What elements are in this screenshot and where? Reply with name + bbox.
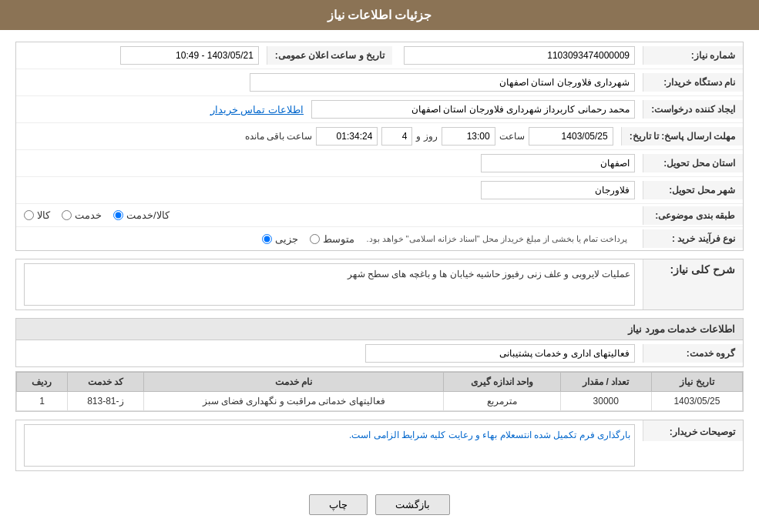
radio-khadamat-item: خدمت	[62, 209, 102, 221]
shomare-niaz-label: شماره نیاز:	[643, 46, 743, 65]
tabaghe-kala-khadamat-label: کالا/خدمت	[126, 209, 170, 221]
tabaghe-row: طبقه بندی موضوعی: کالا خدمت کالا/خدمت	[16, 204, 743, 227]
shomare-niaz-input[interactable]	[404, 46, 635, 65]
tosih-label: توصیحات خریدار:	[643, 420, 743, 441]
tosih-section: توصیحات خریدار: بارگذاری فرم تکمیل شده ا…	[15, 420, 744, 471]
mohlat-value: ساعت روز و ساعت باقی مانده	[16, 123, 621, 149]
cell-radif: 1	[17, 392, 68, 411]
sharh-value-cell: عملیات لایروبی و علف زنی رفیوز حاشیه خیا…	[16, 259, 643, 309]
gorohe-khadamat-value	[16, 340, 643, 366]
th-code-khadamat: کد خدمت	[67, 373, 143, 392]
ostan-label: استان محل تحویل:	[643, 154, 743, 172]
ostan-value	[16, 150, 643, 176]
mohlat-rooz-input[interactable]	[381, 127, 412, 146]
nam-dastgah-value	[16, 69, 643, 95]
tabaghe-khadamat-label: خدمت	[75, 209, 102, 221]
mohlat-label: مهلت ارسال پاسخ: تا تاریخ:	[621, 127, 743, 146]
noe-farayand-row: نوع فرآیند خرید : متوسط جزیی	[16, 227, 743, 250]
sharh-section: شرح کلی نیاز: عملیات لایروبی و علف زنی ر…	[15, 259, 744, 310]
ijad-konande-input[interactable]	[311, 100, 635, 119]
gorohe-khadamat-label: گروه خدمت:	[643, 344, 743, 363]
tarix-label: تاریخ و ساعت اعلان عمومی:	[267, 46, 392, 65]
table-row: 1403/05/25 30000 مترمربع فعالیتهای خدمات…	[17, 392, 743, 411]
tabaghe-value: کالا خدمت کالا/خدمت	[16, 206, 643, 225]
ijad-konande-label: ایجاد کننده درخواست:	[643, 100, 743, 119]
ijad-konande-value: اطلاعات تماس خریدار	[16, 96, 643, 122]
tabaghe-kala-radio[interactable]	[24, 210, 34, 220]
noe-jozyi-label: جزیی	[275, 233, 298, 245]
nam-dastgah-label: نام دستگاه خریدار:	[643, 73, 743, 92]
mohlat-remaining-label: ساعت باقی مانده	[245, 131, 313, 142]
noe-farayand-value: متوسط جزیی پرداخت تمام یا بخشی از مبلغ خ…	[16, 229, 643, 249]
cell-vahed: مترمربع	[444, 392, 560, 411]
tabaghe-khadamat-radio[interactable]	[62, 210, 72, 220]
sharh-text: عملیات لایروبی و علف زنی رفیوز حاشیه خیا…	[348, 269, 630, 279]
tosih-text: بارگذاری فرم تکمیل شده انتسعلام بهاء و ر…	[349, 430, 630, 440]
shomare-niaz-value	[392, 42, 643, 69]
tarix-input[interactable]	[120, 46, 259, 65]
etelaaat-tamas-link[interactable]: اطلاعات تماس خریدار	[210, 104, 304, 115]
mohlat-saat-input[interactable]	[442, 127, 495, 146]
th-name-khadamat: نام خدمت	[143, 373, 444, 392]
ostan-row: استان محل تحویل:	[16, 150, 743, 177]
noe-farayand-label: نوع فرآیند خرید :	[643, 229, 743, 248]
th-vahed: واحد اندازه گیری	[444, 373, 560, 392]
th-radif: ردیف	[17, 373, 68, 392]
cell-name-khadamat: فعالیتهای خدماتی مراقبت و نگهداری فضای س…	[143, 392, 444, 411]
radio-jozyi-item: جزیی	[262, 233, 298, 245]
noe-motawaset-radio[interactable]	[310, 234, 320, 244]
noe-jozyi-radio[interactable]	[262, 234, 272, 244]
ijad-konande-row: ایجاد کننده درخواست: اطلاعات تماس خریدار	[16, 96, 743, 123]
cell-tarix-niaz: 1403/05/25	[651, 392, 742, 411]
mohlat-remaining-input[interactable]	[316, 127, 378, 146]
tosih-inner-box: بارگذاری فرم تکمیل شده انتسعلام بهاء و ر…	[24, 424, 635, 467]
th-tarix-niaz: تاریخ نیاز	[651, 373, 742, 392]
mohlat-row: مهلت ارسال پاسخ: تا تاریخ: ساعت روز و سا…	[16, 123, 743, 150]
sharh-inner-box: عملیات لایروبی و علف زنی رفیوز حاشیه خیا…	[24, 263, 635, 306]
khadamat-table: تاریخ نیاز تعداد / مقدار واحد اندازه گیر…	[16, 372, 743, 411]
mohlat-rooz-label: روز و	[416, 131, 437, 142]
gorohe-khadamat-row: گروه خدمت:	[15, 340, 744, 367]
cell-code: ز-81-813	[67, 392, 143, 411]
shahr-value	[16, 177, 643, 203]
shomare-niaz-row: شماره نیاز: تاریخ و ساعت اعلان عمومی:	[16, 42, 743, 69]
chap-button[interactable]: چاپ	[309, 494, 368, 515]
cell-tedad: 30000	[560, 392, 651, 411]
noe-motawaset-label: متوسط	[323, 233, 354, 245]
tabaghe-kala-khadamat-radio[interactable]	[113, 210, 123, 220]
table-header-row: تاریخ نیاز تعداد / مقدار واحد اندازه گیر…	[17, 373, 743, 392]
bazgasht-button[interactable]: بازگشت	[375, 494, 450, 515]
th-tedad-meghdar: تعداد / مقدار	[560, 373, 651, 392]
shahr-label: شهر محل تحویل:	[643, 181, 743, 199]
buttons-row: بازگشت چاپ	[15, 483, 744, 523]
radio-kala-khadamat-item: کالا/خدمت	[113, 209, 170, 221]
noe-description: پرداخت تمام یا بخشی از مبلغ خریداز محل "…	[366, 234, 627, 244]
shahr-input[interactable]	[481, 181, 635, 199]
shahr-row: شهر محل تحویل:	[16, 177, 743, 204]
nam-dastgah-row: نام دستگاه خریدار:	[16, 69, 743, 96]
ostan-input[interactable]	[481, 154, 635, 172]
tabaghe-label: طبقه بندی موضوعی:	[643, 206, 743, 225]
khadamat-table-container: تاریخ نیاز تعداد / مقدار واحد اندازه گیر…	[15, 371, 744, 412]
main-info-section: شماره نیاز: تاریخ و ساعت اعلان عمومی: نا…	[15, 42, 744, 251]
mohlat-date-input[interactable]	[529, 127, 613, 146]
sharh-label: شرح کلی نیاز:	[643, 259, 743, 309]
page-container: جزئیات اطلاعات نیاز شماره نیاز: تاریخ و …	[0, 0, 759, 532]
page-header: جزئیات اطلاعات نیاز	[0, 0, 759, 30]
tarix-value	[16, 42, 267, 69]
khadamat-section-title: اطلاعات خدمات مورد نیاز	[15, 318, 744, 340]
radio-motawaset-item: متوسط	[310, 233, 354, 245]
page-title: جزئیات اطلاعات نیاز	[327, 8, 432, 22]
tabaghe-kala-label: کالا	[37, 209, 50, 221]
gorohe-khadamat-input[interactable]	[365, 344, 635, 363]
tosih-value-cell: بارگذاری فرم تکمیل شده انتسعلام بهاء و ر…	[16, 420, 643, 470]
radio-kala-item: کالا	[24, 209, 50, 221]
nam-dastgah-input[interactable]	[250, 73, 635, 92]
mohlat-saat-label: ساعت	[499, 131, 525, 142]
main-content: شماره نیاز: تاریخ و ساعت اعلان عمومی: نا…	[0, 30, 759, 532]
